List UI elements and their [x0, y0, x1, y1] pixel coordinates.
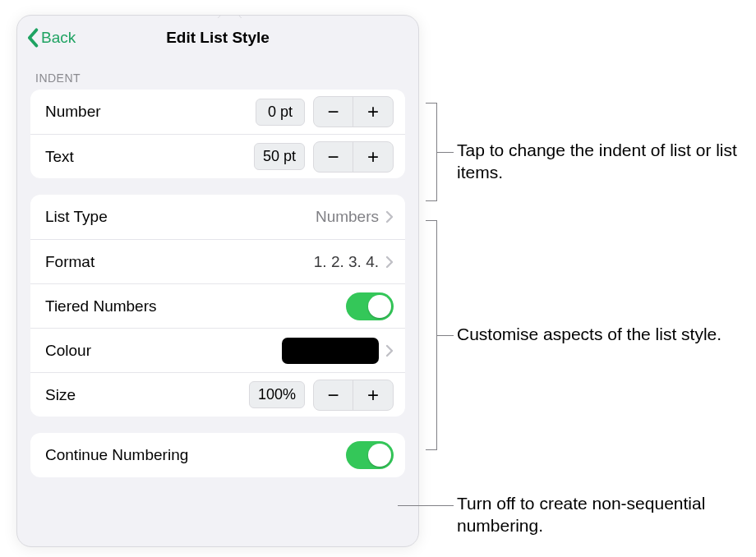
callout-custom: Customise aspects of the list style.: [457, 324, 721, 346]
row-continue-numbering: Continue Numbering: [30, 433, 405, 477]
callout-layer: Tap to change the indent of list or list…: [419, 15, 746, 557]
back-label: Back: [41, 29, 76, 47]
row-format[interactable]: Format 1. 2. 3. 4.: [30, 239, 405, 283]
edit-list-style-panel: Back Edit List Style Indent Number 0 pt …: [16, 15, 419, 547]
row-list-type[interactable]: List Type Numbers: [30, 195, 405, 239]
colour-swatch: [282, 338, 379, 364]
chevron-right-icon: [385, 344, 394, 357]
row-number-indent: Number 0 pt − +: [30, 90, 405, 134]
continue-group: Continue Numbering: [30, 433, 405, 477]
callout-indent: Tap to change the indent of list or list…: [457, 140, 746, 184]
page-title: Edit List Style: [166, 29, 270, 47]
continue-numbering-label: Continue Numbering: [45, 446, 346, 464]
number-indent-increment[interactable]: +: [353, 97, 393, 127]
text-indent-increment[interactable]: +: [353, 142, 393, 172]
back-button[interactable]: Back: [25, 16, 76, 60]
callout-bracket: [426, 220, 437, 450]
list-type-value: Numbers: [316, 208, 379, 226]
chevron-right-icon: [385, 255, 394, 269]
colour-label: Colour: [45, 342, 282, 360]
text-indent-value: 50 pt: [254, 143, 305, 170]
number-indent-label: Number: [45, 103, 256, 121]
row-size: Size 100% − +: [30, 372, 405, 417]
callout-line: [437, 335, 454, 336]
number-indent-decrement[interactable]: −: [314, 97, 353, 127]
section-header-indent: Indent: [17, 60, 418, 90]
number-indent-value: 0 pt: [256, 99, 305, 126]
format-label: Format: [45, 253, 314, 271]
row-tiered-numbers: Tiered Numbers: [30, 283, 405, 328]
indent-group: Number 0 pt − + Text 50 pt − +: [30, 90, 405, 178]
size-decrement[interactable]: −: [314, 380, 353, 410]
callout-continue: Turn off to create non-sequential number…: [457, 493, 746, 537]
format-value: 1. 2. 3. 4.: [314, 253, 379, 271]
text-indent-decrement[interactable]: −: [314, 142, 353, 172]
number-indent-stepper: − +: [313, 96, 394, 127]
row-text-indent: Text 50 pt − +: [30, 134, 405, 178]
size-stepper: − +: [313, 380, 394, 411]
style-group: List Type Numbers Format 1. 2. 3. 4. Tie…: [30, 195, 405, 417]
chevron-left-icon: [25, 28, 39, 48]
callout-bracket: [426, 103, 437, 201]
continue-numbering-toggle[interactable]: [346, 441, 394, 469]
tiered-numbers-label: Tiered Numbers: [45, 297, 346, 315]
size-increment[interactable]: +: [353, 380, 393, 410]
size-label: Size: [45, 386, 249, 404]
row-colour[interactable]: Colour: [30, 328, 405, 372]
chevron-right-icon: [385, 210, 394, 223]
size-value: 100%: [249, 381, 305, 408]
text-indent-label: Text: [45, 148, 254, 166]
nav-bar: Back Edit List Style: [17, 16, 418, 60]
list-type-label: List Type: [45, 208, 316, 226]
text-indent-stepper: − +: [313, 141, 394, 173]
callout-line: [437, 152, 454, 153]
tiered-numbers-toggle[interactable]: [346, 292, 394, 320]
callout-line: [398, 505, 454, 506]
